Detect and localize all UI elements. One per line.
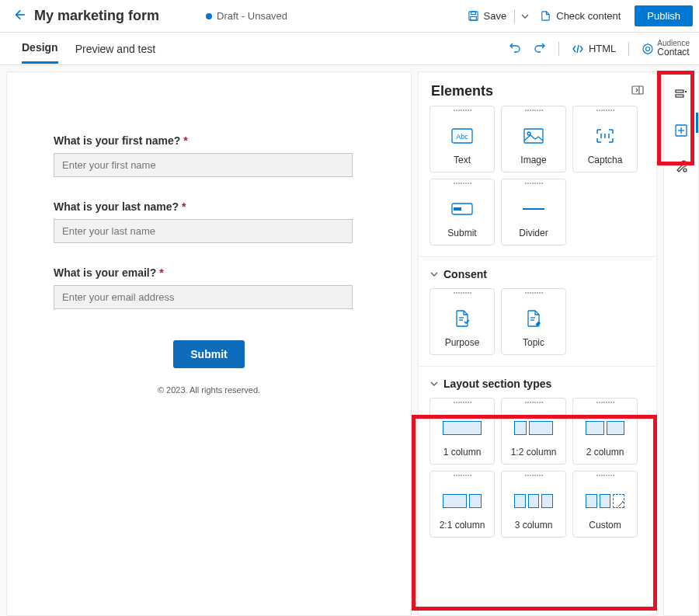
element-submit[interactable]: Submit: [429, 179, 495, 245]
svg-point-6: [646, 47, 650, 50]
lastname-input[interactable]: [54, 219, 353, 243]
save-button[interactable]: Save: [461, 7, 513, 25]
save-label: Save: [484, 10, 507, 22]
element-divider[interactable]: Divider: [501, 179, 566, 245]
captcha-icon: [595, 124, 615, 148]
separator: [628, 42, 629, 56]
svg-rect-26: [676, 95, 683, 97]
undo-button[interactable]: [503, 37, 527, 61]
field-label-lastname: What is your last name?*: [54, 200, 364, 213]
text-icon: Abc: [451, 124, 473, 148]
layout-section: Layout section types 1 column 1:2 column…: [419, 366, 656, 548]
tab-preview[interactable]: Preview and test: [75, 35, 156, 63]
element-purpose[interactable]: Purpose: [429, 288, 495, 355]
elements-panel: Elements Abc Text Image: [418, 71, 657, 616]
svg-rect-13: [524, 129, 543, 143]
svg-rect-19: [454, 207, 461, 211]
layout-2-column[interactable]: 2 column: [572, 398, 638, 465]
svg-point-14: [527, 132, 530, 135]
status-dot-icon: [206, 13, 212, 19]
form-submit-button[interactable]: Submit: [173, 340, 244, 368]
svg-rect-2: [471, 12, 475, 15]
form-canvas[interactable]: What is your first name?* What is your l…: [6, 71, 412, 616]
submit-icon: [451, 197, 473, 221]
status-text: Draft - Unsaved: [217, 10, 287, 22]
panel-title: Elements: [431, 83, 631, 99]
consent-section: Consent Purpose Topic: [419, 256, 656, 366]
rail-elements-button[interactable]: [669, 119, 693, 142]
html-button[interactable]: HTML: [565, 40, 622, 58]
collapse-panel-icon[interactable]: [631, 85, 644, 99]
svg-line-4: [577, 45, 579, 53]
redo-button[interactable]: [527, 37, 552, 61]
save-chevron-button[interactable]: [516, 6, 534, 26]
layout-header[interactable]: Layout section types: [429, 378, 645, 390]
layout-custom[interactable]: Custom: [572, 471, 638, 538]
publish-button[interactable]: Publish: [635, 5, 693, 26]
rail-theme-button[interactable]: [669, 155, 693, 178]
right-rail: [663, 71, 699, 616]
svg-point-30: [683, 169, 687, 172]
audience-button[interactable]: Audience Contact: [642, 39, 690, 57]
separator: [514, 9, 515, 23]
back-arrow-icon[interactable]: [6, 8, 31, 25]
svg-point-5: [643, 44, 652, 54]
audience-value: Contact: [657, 47, 690, 57]
check-content-button[interactable]: Check content: [534, 7, 627, 25]
html-label: HTML: [589, 43, 616, 54]
topic-icon: [526, 306, 541, 331]
element-topic[interactable]: Topic: [501, 288, 566, 355]
element-text[interactable]: Abc Text: [429, 106, 495, 172]
layout-1-column[interactable]: 1 column: [429, 398, 495, 465]
check-content-label: Check content: [556, 10, 621, 22]
top-bar: My marketing form Draft - Unsaved Save C…: [0, 0, 699, 33]
svg-rect-25: [676, 90, 683, 92]
field-label-firstname: What is your first name?*: [54, 134, 364, 147]
rail-active-indicator: [696, 113, 698, 133]
sub-bar: Design Preview and test HTML Audience Co…: [0, 33, 699, 65]
main-area: What is your first name?* What is your l…: [0, 65, 699, 616]
layout-2-1-column[interactable]: 2:1 column: [429, 471, 495, 538]
page-title: My marketing form: [34, 8, 159, 24]
elements-section: Abc Text Image Captcha Submit: [419, 106, 656, 256]
field-label-email: What is your email?*: [54, 266, 364, 279]
purpose-icon: [454, 306, 470, 331]
tab-design[interactable]: Design: [22, 33, 58, 64]
image-icon: [523, 124, 544, 148]
svg-text:Abc: Abc: [456, 133, 468, 141]
rail-form-fields-button[interactable]: [669, 83, 693, 106]
element-captcha[interactable]: Captcha: [572, 106, 638, 172]
layout-1-2-column[interactable]: 1:2 column: [501, 398, 566, 465]
divider-icon: [523, 197, 544, 221]
element-image[interactable]: Image: [501, 106, 566, 172]
firstname-input[interactable]: [54, 153, 353, 177]
layout-3-column[interactable]: 3 column: [501, 471, 566, 538]
separator: [558, 42, 559, 56]
copyright-text: © 2023. All rights reserved.: [54, 385, 364, 395]
consent-header[interactable]: Consent: [429, 268, 645, 280]
svg-rect-3: [470, 16, 476, 20]
email-input[interactable]: [54, 285, 353, 309]
